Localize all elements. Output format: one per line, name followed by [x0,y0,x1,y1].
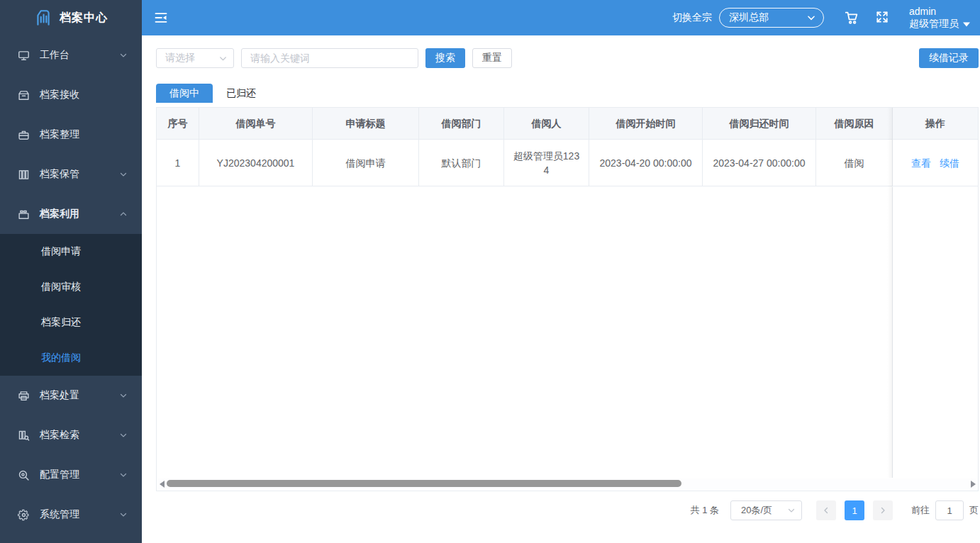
cell-return-time: 2023-04-27 00:00:00 [703,140,816,186]
page-content: 请选择 搜索 重置 续借记录 借阅中 已归还 序号 借阅单号 申请标题 [142,35,980,543]
table-header-row: 序号 借阅单号 申请标题 借阅部门 借阅人 借阅开始时间 借阅归还时间 借阅原因… [157,108,978,140]
chevron-down-icon [787,506,796,515]
scroll-left-arrow-icon[interactable] [158,481,165,488]
chevron-down-icon [119,510,128,519]
search-button[interactable]: 搜索 [425,48,465,68]
caret-down-icon [963,21,970,27]
page-unit-label: 页 [969,504,979,517]
config-search-icon [17,469,30,481]
filter-bar: 请选择 搜索 重置 续借记录 [156,48,979,68]
cell-index: 1 [157,140,199,186]
col-order-no: 借阅单号 [199,108,313,139]
total-count: 共 1 条 [691,504,719,517]
table-row: 1 YJ202304200001 借阅申请 默认部门 超级管理员1234 202… [157,140,978,186]
next-page-button[interactable] [873,500,893,520]
scrollbar-thumb[interactable] [167,480,681,487]
tab-borrowing[interactable]: 借阅中 [156,84,213,103]
submenu-label: 档案归还 [41,316,81,329]
status-tabs: 借阅中 已归还 [156,84,979,103]
sidebar-item-label: 档案整理 [40,128,128,141]
sidebar-item-config-manage[interactable]: 配置管理 [0,455,142,495]
tab-returned[interactable]: 已归还 [213,84,269,103]
reset-button[interactable]: 重置 [472,48,512,68]
borrow-table: 序号 借阅单号 申请标题 借阅部门 借阅人 借阅开始时间 借阅归还时间 借阅原因… [156,107,979,491]
submenu-label: 我的借阅 [41,352,81,364]
scrollbar-track[interactable] [165,478,969,489]
collapse-menu-icon[interactable] [154,10,169,26]
cell-title: 借阅申请 [313,140,419,186]
sidebar-item-label: 档案利用 [40,208,119,220]
renew-records-button[interactable]: 续借记录 [919,48,979,68]
fonds-select[interactable]: 深圳总部 [719,8,824,28]
shelves-icon [17,168,30,181]
gear-icon [17,508,30,521]
fixed-column-divider [892,187,893,478]
cell-start-time: 2023-04-20 00:00:00 [589,140,703,186]
filter-select-placeholder: 请选择 [165,52,218,65]
app-logo: 档案中心 [0,0,142,35]
topbar: 切换全宗 深圳总部 [142,0,980,35]
cell-department: 默认部门 [419,140,504,186]
chevron-up-icon [119,210,128,218]
user-menu[interactable]: admin 超级管理员 [909,6,970,30]
col-index: 序号 [157,108,199,139]
col-title: 申请标题 [313,108,419,139]
col-actions: 操作 [893,108,978,139]
scroll-right-arrow-icon[interactable] [969,481,976,488]
sidebar-subitem-archive-return[interactable]: 档案归还 [0,305,142,340]
sidebar-item-archive-use[interactable]: 档案利用 [0,194,142,234]
briefcase-icon [17,128,30,141]
submenu-label: 借阅申请 [41,245,81,258]
sidebar-item-archive-disposal[interactable]: 档案处置 [0,376,142,415]
sidebar-subitem-my-borrow[interactable]: 我的借阅 [0,340,142,376]
cell-borrower: 超级管理员1234 [504,140,589,186]
page-number-1[interactable]: 1 [845,500,864,520]
app-window: 档案中心 工作台 档案接收 [0,0,980,543]
col-reason: 借阅原因 [816,108,893,139]
fullscreen-icon[interactable] [875,10,891,26]
sidebar-item-archive-search[interactable]: 档案检索 [0,415,142,455]
pagination-bar: 共 1 条 20条/页 1 前往 页 [156,500,979,520]
sidebar-item-label: 档案处置 [40,389,119,402]
chevron-down-icon [119,471,128,479]
sidebar-subitem-borrow-apply[interactable]: 借阅申请 [0,234,142,269]
submenu-label: 借阅审核 [41,281,81,293]
inbox-icon [17,89,30,101]
renew-link[interactable]: 续借 [940,156,959,170]
view-link[interactable]: 查看 [911,156,931,170]
col-return-time: 借阅归还时间 [703,108,816,139]
prev-page-button[interactable] [816,500,836,520]
sidebar-item-archive-keep[interactable]: 档案保管 [0,155,142,194]
sidebar-item-label: 工作台 [40,49,119,62]
monitor-icon [17,49,30,62]
chevron-down-icon [119,391,128,400]
user-role: 超级管理员 [909,18,959,30]
sidebar-subitem-borrow-review[interactable]: 借阅审核 [0,269,142,305]
page-size-select[interactable]: 20条/页 [730,500,802,520]
cell-reason: 借阅 [816,140,893,186]
chevron-down-icon [806,13,816,23]
sidebar-menu: 工作台 档案接收 档案整理 [0,35,142,543]
sidebar-item-archive-receive[interactable]: 档案接收 [0,75,142,115]
chevron-down-icon [119,51,128,60]
filter-select[interactable]: 请选择 [156,48,234,68]
disposal-icon [17,389,30,402]
keyword-input[interactable] [241,48,418,68]
chevron-down-icon [119,431,128,440]
cell-order-no: YJ202304200001 [199,140,313,186]
sidebar-item-label: 系统管理 [40,508,119,521]
sidebar-item-workbench[interactable]: 工作台 [0,35,142,75]
fonds-switch-label: 切换全宗 [672,11,712,24]
sidebar-item-system-manage[interactable]: 系统管理 [0,495,142,534]
usage-box-icon [17,208,30,220]
goto-label: 前往 [911,504,930,517]
col-start-time: 借阅开始时间 [589,108,703,139]
fonds-select-value: 深圳总部 [729,11,806,24]
sidebar-item-archive-organize[interactable]: 档案整理 [0,115,142,155]
sidebar-item-label: 配置管理 [40,469,119,481]
username: admin [909,6,970,18]
cart-icon[interactable] [844,10,859,26]
chevron-down-icon [218,54,228,63]
page-size-value: 20条/页 [741,504,787,517]
goto-page-input[interactable] [935,500,964,520]
